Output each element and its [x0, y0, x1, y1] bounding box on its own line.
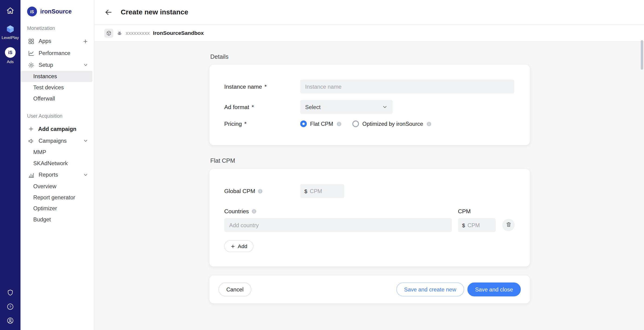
optimized-radio-label: Optimized by ironSource	[362, 121, 423, 127]
footer-actions-card: Cancel Save and create new Save and clos…	[210, 276, 530, 303]
info-icon[interactable]	[251, 208, 257, 214]
sidebar-item-label: Performance	[38, 50, 70, 56]
save-and-create-new-button[interactable]: Save and create new	[396, 282, 464, 296]
flat-cpm-card: Global CPM $ Countries	[210, 169, 530, 266]
rail-item-home[interactable]	[6, 6, 14, 15]
trash-icon	[506, 221, 512, 229]
instance-name-row: Instance name*	[224, 80, 514, 94]
sidebar-item-optimizer[interactable]: Optimizer	[20, 203, 92, 214]
global-cpm-label: Global CPM	[224, 188, 300, 194]
add-button-label: Add	[238, 243, 247, 249]
pricing-option-optimized: Optimized by ironSource	[352, 121, 432, 127]
footer-right-actions: Save and create new Save and close	[396, 282, 521, 296]
app-context-bar: xxxxxxxxx IronSourceSandbox	[94, 25, 644, 42]
pricing-row: Pricing* Flat CPM	[224, 121, 514, 127]
flat-cpm-section-title: Flat CPM	[210, 157, 530, 164]
sub-item-label: Overview	[33, 183, 56, 189]
rail-bottom: ?	[6, 289, 14, 324]
sidebar-item-skadnetwork[interactable]: SKAdNetwork	[20, 158, 92, 169]
megaphone-icon	[28, 138, 34, 144]
account-icon[interactable]	[6, 317, 14, 325]
pricing-label: Pricing*	[224, 121, 300, 127]
delete-country-row-button[interactable]	[502, 219, 515, 231]
scrollbar[interactable]	[641, 40, 643, 70]
cancel-button[interactable]: Cancel	[218, 282, 251, 296]
details-card: Instance name* Ad format* Select	[210, 65, 530, 145]
sidebar-item-instances[interactable]: Instances	[20, 71, 92, 82]
instance-name-input[interactable]	[300, 80, 514, 94]
sidebar-item-overview[interactable]: Overview	[20, 181, 92, 192]
sidebar-item-setup[interactable]: Setup	[20, 59, 92, 71]
flat-cpm-radio[interactable]	[300, 121, 307, 127]
sidebar-item-test-devices[interactable]: Test devices	[20, 82, 92, 93]
svg-text:?: ?	[9, 305, 11, 309]
sub-item-label: Offerwall	[33, 96, 55, 102]
app-cube-icon	[104, 28, 114, 38]
shield-icon[interactable]	[6, 289, 14, 296]
sidebar-item-add-campaign[interactable]: Add campaign	[20, 123, 92, 135]
currency-symbol: $	[462, 222, 465, 228]
ad-format-selected-value: Select	[305, 104, 320, 110]
required-mark: *	[264, 83, 267, 90]
content-area: Details Instance name* Ad format* Se	[94, 42, 644, 330]
info-icon[interactable]	[258, 188, 263, 194]
rail-item-ads[interactable]: iS Ads	[5, 47, 16, 64]
add-country-input[interactable]	[224, 218, 452, 232]
apps-grid-icon	[28, 38, 34, 44]
chevron-down-icon	[382, 104, 388, 110]
add-country-button[interactable]: Add	[224, 240, 254, 252]
sidebar-item-budget[interactable]: Budget	[20, 214, 92, 225]
gear-icon	[28, 62, 34, 68]
chevron-down-icon	[83, 62, 88, 68]
sidebar-item-campaigns[interactable]: Campaigns	[20, 135, 92, 147]
sidebar-item-performance[interactable]: Performance	[20, 47, 92, 59]
global-cpm-row: Global CPM $	[224, 184, 515, 198]
sub-item-label: Report generator	[33, 194, 75, 200]
countries-header: Countries CPM	[224, 208, 515, 214]
brand[interactable]: iS ironSource	[20, 6, 94, 16]
sidebar-item-label: Apps	[38, 38, 51, 44]
optimized-radio[interactable]	[352, 121, 359, 127]
global-cpm-field: $	[300, 184, 344, 198]
sub-item-label: SKAdNetwork	[33, 160, 68, 166]
sidebar-item-mmp[interactable]: MMP	[20, 147, 92, 158]
sidebar-item-offerwall[interactable]: Offerwall	[20, 93, 92, 104]
chevron-down-icon	[83, 172, 88, 177]
levelplay-label: LevelPlay	[2, 35, 19, 40]
screen: LevelPlay iS Ads ?	[0, 0, 644, 330]
sidebar-item-report-generator[interactable]: Report generator	[20, 192, 92, 203]
main-area: Create new instance xxxxxxxxx IronSource…	[94, 0, 644, 330]
ad-format-row: Ad format* Select	[224, 100, 514, 114]
country-cpm-input[interactable]	[468, 222, 490, 228]
ironsource-logo-icon: iS	[27, 6, 37, 16]
page-header: Create new instance	[94, 0, 644, 25]
cpm-column-label: CPM	[458, 208, 471, 214]
sidebar-item-label: Setup	[38, 62, 53, 68]
back-button[interactable]	[104, 8, 112, 16]
android-icon	[117, 30, 122, 36]
info-icon[interactable]	[426, 121, 432, 127]
section-label-user-acquisition: User Acquisition	[20, 113, 94, 119]
required-mark: *	[244, 121, 247, 127]
pricing-option-flat-cpm: Flat CPM	[300, 121, 342, 127]
ad-format-select[interactable]: Select	[300, 100, 392, 114]
info-icon[interactable]	[336, 121, 342, 127]
ads-label: Ads	[7, 59, 14, 64]
section-label-monetization: Monetization	[20, 25, 94, 31]
countries-label: Countries	[224, 208, 458, 214]
currency-symbol: $	[304, 188, 307, 194]
form-column: Details Instance name* Ad format* Se	[210, 53, 530, 304]
sidebar-item-reports[interactable]: Reports	[20, 169, 92, 181]
sidebar-item-apps[interactable]: Apps	[20, 35, 92, 47]
ads-logo-icon: iS	[5, 47, 16, 58]
rail-item-levelplay[interactable]: LevelPlay	[2, 25, 19, 40]
flat-cpm-radio-label: Flat CPM	[310, 121, 333, 127]
save-and-close-button[interactable]: Save and close	[467, 282, 521, 296]
details-section-title: Details	[210, 53, 530, 60]
required-mark: *	[252, 104, 254, 110]
add-app-icon[interactable]	[82, 38, 88, 44]
global-cpm-input[interactable]	[310, 188, 332, 194]
help-icon[interactable]: ?	[6, 303, 14, 311]
nav-rail: LevelPlay iS Ads ?	[0, 0, 20, 330]
page-title: Create new instance	[121, 8, 188, 16]
